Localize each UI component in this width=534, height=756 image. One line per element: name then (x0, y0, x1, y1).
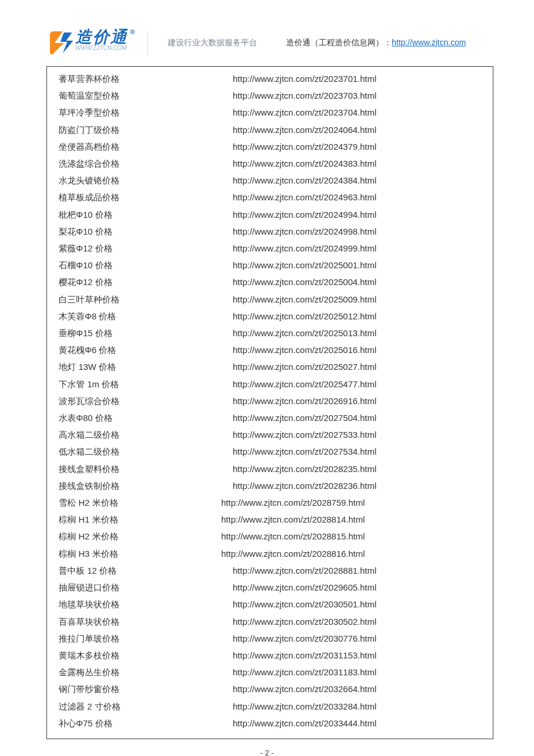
item-url[interactable]: http://www.zjtcn.com/zt/2025477.html (233, 376, 377, 393)
item-url[interactable]: http://www.zjtcn.com/zt/2030776.html (233, 630, 377, 647)
item-name: 洗涤盆综合价格 (59, 155, 233, 172)
item-name: 水龙头镀铬价格 (59, 172, 233, 189)
table-row: 石榴Φ10 价格http://www.zjtcn.com/zt/2025001.… (59, 257, 487, 273)
item-url[interactable]: http://www.zjtcn.com/zt/2025016.html (233, 341, 377, 358)
table-row: 金露梅丛生价格http://www.zjtcn.com/zt/2031183.h… (59, 664, 487, 681)
item-url[interactable]: http://www.zjtcn.com/zt/2028759.html (221, 494, 365, 511)
item-name: 接线盒塑料价格 (59, 460, 233, 477)
item-name: 葡萄温室型价格 (59, 87, 233, 104)
item-url[interactable]: http://www.zjtcn.com/zt/2031183.html (233, 664, 377, 681)
item-name: 黄瑞木多枝价格 (59, 647, 233, 664)
table-row: 植草板成品价格http://www.zjtcn.com/zt/2024963.h… (59, 189, 487, 206)
item-url[interactable]: http://www.zjtcn.com/zt/2027534.html (233, 443, 377, 460)
table-row: 补心Φ75 价格http://www.zjtcn.com/zt/2033444.… (59, 715, 487, 732)
registered-icon: ® (130, 29, 136, 35)
site-link-label: 造价通（工程造价信息网）：http://www.zjtcn.com (286, 38, 466, 48)
site-label: 造价通（工程造价信息网）： (286, 38, 392, 47)
table-row: 白三叶草种价格http://www.zjtcn.com/zt/2025009.h… (59, 291, 487, 308)
item-url[interactable]: http://www.zjtcn.com/zt/2030502.html (233, 613, 377, 630)
site-link[interactable]: http://www.zjtcn.com (392, 38, 466, 47)
item-url[interactable]: http://www.zjtcn.com/zt/2025012.html (233, 308, 377, 325)
item-url[interactable]: http://www.zjtcn.com/zt/2024384.html (233, 172, 377, 189)
table-row: 雪松 H2 米价格http://www.zjtcn.com/zt/2028759… (59, 494, 487, 511)
table-row: 洗涤盆综合价格http://www.zjtcn.com/zt/2024383.h… (59, 155, 487, 172)
item-name: 白三叶草种价格 (59, 291, 233, 308)
table-row: 棕榈 H2 米价格http://www.zjtcn.com/zt/2028815… (59, 528, 487, 545)
item-name: 接线盒铁制价格 (59, 477, 233, 494)
item-name: 抽屉锁进口价格 (59, 579, 233, 596)
table-row: 坐便器高档价格http://www.zjtcn.com/zt/2024379.h… (59, 138, 487, 155)
item-name: 低水箱二级价格 (59, 443, 233, 460)
item-url[interactable]: http://www.zjtcn.com/zt/2024994.html (233, 206, 377, 223)
logo-subtitle: WWW.ZJTCN.COM (75, 45, 127, 51)
table-row: 推拉门单玻价格http://www.zjtcn.com/zt/2030776.h… (59, 630, 487, 647)
item-name: 普中板 12 价格 (59, 562, 233, 579)
table-row: 过滤器 2 寸价格http://www.zjtcn.com/zt/2033284… (59, 698, 487, 715)
table-row: 枇杷Φ10 价格http://www.zjtcn.com/zt/2024994.… (59, 206, 487, 223)
table-row: 地灯 13W 价格http://www.zjtcn.com/zt/2025027… (59, 358, 487, 375)
table-row: 百喜草块状价格http://www.zjtcn.com/zt/2030502.h… (59, 613, 487, 630)
item-name: 地灯 13W 价格 (59, 358, 233, 375)
item-url[interactable]: http://www.zjtcn.com/zt/2028235.html (233, 460, 377, 477)
item-name: 金露梅丛生价格 (59, 664, 233, 681)
item-url[interactable]: http://www.zjtcn.com/zt/2025013.html (233, 325, 377, 341)
item-name: 防盗门丁级价格 (59, 121, 233, 138)
item-url[interactable]: http://www.zjtcn.com/zt/2025027.html (233, 358, 377, 375)
table-row: 下水管 1m 价格http://www.zjtcn.com/zt/2025477… (59, 376, 487, 393)
item-url[interactable]: http://www.zjtcn.com/zt/2028815.html (221, 528, 365, 545)
item-name: 黄花槐Φ6 价格 (59, 341, 233, 358)
item-name: 补心Φ75 价格 (59, 715, 233, 732)
table-row: 接线盒塑料价格http://www.zjtcn.com/zt/2028235.h… (59, 460, 487, 477)
item-url[interactable]: http://www.zjtcn.com/zt/2024383.html (233, 155, 377, 172)
item-name: 梨花Φ10 价格 (59, 223, 233, 240)
item-name: 蓍草营养杯价格 (59, 70, 233, 87)
item-url[interactable]: http://www.zjtcn.com/zt/2028814.html (221, 511, 365, 528)
item-url[interactable]: http://www.zjtcn.com/zt/2033284.html (233, 698, 377, 715)
page-number: - 2 - (260, 748, 273, 756)
table-row: 水表Φ80 价格http://www.zjtcn.com/zt/2027504.… (59, 409, 487, 426)
table-row: 草坪冷季型价格http://www.zjtcn.com/zt/2023704.h… (59, 104, 487, 121)
table-row: 波形瓦综合价格http://www.zjtcn.com/zt/2026916.h… (59, 393, 487, 409)
item-url[interactable]: http://www.zjtcn.com/zt/2023701.html (233, 70, 377, 87)
item-url[interactable]: http://www.zjtcn.com/zt/2023704.html (233, 104, 377, 121)
page-footer: - 2 - (0, 739, 534, 756)
item-name: 百喜草块状价格 (59, 613, 233, 630)
item-url[interactable]: http://www.zjtcn.com/zt/2025009.html (233, 291, 377, 308)
item-url[interactable]: http://www.zjtcn.com/zt/2025001.html (233, 257, 377, 273)
item-url[interactable]: http://www.zjtcn.com/zt/2024379.html (233, 138, 377, 155)
item-name: 雪松 H2 米价格 (59, 494, 221, 511)
item-url[interactable]: http://www.zjtcn.com/zt/2028816.html (221, 545, 365, 562)
content-table: 蓍草营养杯价格http://www.zjtcn.com/zt/2023701.h… (46, 66, 493, 739)
item-url[interactable]: http://www.zjtcn.com/zt/2026916.html (233, 393, 377, 409)
tagline: 建设行业大数据服务平台 (168, 38, 257, 48)
table-row: 水龙头镀铬价格http://www.zjtcn.com/zt/2024384.h… (59, 172, 487, 189)
item-url[interactable]: http://www.zjtcn.com/zt/2030501.html (233, 596, 377, 613)
table-row: 普中板 12 价格http://www.zjtcn.com/zt/2028881… (59, 562, 487, 579)
item-url[interactable]: http://www.zjtcn.com/zt/2028236.html (233, 477, 377, 494)
item-url[interactable]: http://www.zjtcn.com/zt/2025004.html (233, 273, 377, 290)
item-url[interactable]: http://www.zjtcn.com/zt/2028881.html (233, 562, 377, 579)
item-url[interactable]: http://www.zjtcn.com/zt/2033444.html (233, 715, 377, 732)
item-url[interactable]: http://www.zjtcn.com/zt/2032664.html (233, 681, 377, 697)
page: 造价通® WWW.ZJTCN.COM 建设行业大数据服务平台 造价通（工程造价信… (0, 0, 534, 756)
item-name: 棕榈 H2 米价格 (59, 528, 221, 545)
item-url[interactable]: http://www.zjtcn.com/zt/2024064.html (233, 121, 377, 138)
item-url[interactable]: http://www.zjtcn.com/zt/2024998.html (233, 223, 377, 240)
item-name: 坐便器高档价格 (59, 138, 233, 155)
item-url[interactable]: http://www.zjtcn.com/zt/2031153.html (233, 647, 377, 664)
table-row: 葡萄温室型价格http://www.zjtcn.com/zt/2023703.h… (59, 87, 487, 104)
item-url[interactable]: http://www.zjtcn.com/zt/2027533.html (233, 426, 377, 443)
table-row: 抽屉锁进口价格http://www.zjtcn.com/zt/2029605.h… (59, 579, 487, 596)
table-row: 紫薇Φ12 价格http://www.zjtcn.com/zt/2024999.… (59, 240, 487, 257)
item-url[interactable]: http://www.zjtcn.com/zt/2024999.html (233, 240, 377, 257)
table-row: 垂柳Φ15 价格http://www.zjtcn.com/zt/2025013.… (59, 325, 487, 341)
table-row: 棕榈 H3 米价格http://www.zjtcn.com/zt/2028816… (59, 545, 487, 562)
item-url[interactable]: http://www.zjtcn.com/zt/2023703.html (233, 87, 377, 104)
item-name: 地毯草块状价格 (59, 596, 233, 613)
item-url[interactable]: http://www.zjtcn.com/zt/2027504.html (233, 409, 377, 426)
table-row: 蓍草营养杯价格http://www.zjtcn.com/zt/2023701.h… (59, 70, 487, 87)
item-name: 植草板成品价格 (59, 189, 233, 206)
item-url[interactable]: http://www.zjtcn.com/zt/2024963.html (233, 189, 377, 206)
logo: 造价通® WWW.ZJTCN.COM (46, 29, 128, 57)
item-url[interactable]: http://www.zjtcn.com/zt/2029605.html (233, 579, 377, 596)
